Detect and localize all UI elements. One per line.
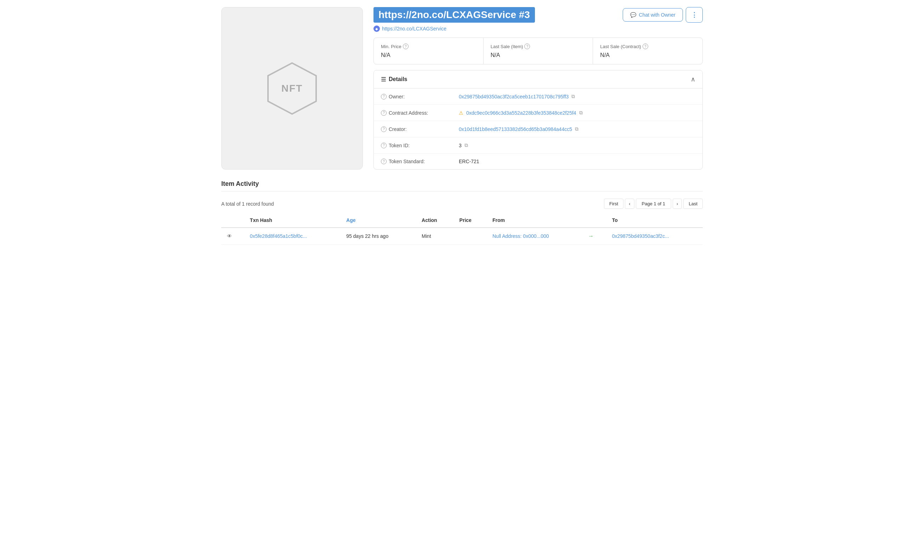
details-title-text: Details — [389, 76, 407, 82]
detail-row-standard: ? Token Standard: ERC-721 — [374, 154, 702, 169]
detail-value-standard: ERC-721 — [459, 159, 695, 164]
last-sale-contract-help-icon[interactable]: ? — [642, 43, 648, 49]
page-container: NFT https://2no.co/LCXAGService #3 ◆ htt… — [214, 0, 710, 252]
dots-icon: ⋮ — [691, 11, 698, 19]
min-price-help-icon[interactable]: ? — [403, 43, 408, 49]
col-action: Action — [416, 213, 454, 228]
prev-page-button[interactable]: ‹ — [625, 199, 634, 209]
row-from: Null Address: 0x000...000 — [487, 228, 582, 245]
table-row: 👁 0x5fe28d8f465a1c5bf0c... 95 days 22 hr… — [221, 228, 703, 245]
activity-title: Item Activity — [221, 180, 703, 192]
creator-address-link[interactable]: 0x10d1fd1b8eed57133382d56cd65b3a0984a44c… — [459, 126, 572, 132]
col-price: Price — [454, 213, 487, 228]
last-sale-contract-cell: Last Sale (Contract) ? N/A — [593, 38, 702, 64]
first-page-button[interactable]: First — [604, 199, 623, 209]
detail-value-creator: 0x10d1fd1b8eed57133382d56cd65b3a0984a44c… — [459, 126, 695, 132]
col-arrow — [582, 213, 606, 228]
min-price-cell: Min. Price ? N/A — [374, 38, 484, 64]
detail-value-tokenid: 3 ⧉ — [459, 142, 695, 148]
tokenid-copy-icon[interactable]: ⧉ — [465, 142, 468, 148]
activity-section: Item Activity A total of 1 record found … — [221, 180, 703, 245]
detail-row-owner: ? Owner: 0x29875bd49350ac3f2ca5ceeb1c170… — [374, 88, 702, 105]
details-header: ☰ Details ∧ — [374, 70, 702, 88]
from-address-link[interactable]: Null Address: 0x000...000 — [492, 233, 549, 239]
chat-bubble-icon: 💬 — [630, 12, 636, 18]
detail-row-creator: ? Creator: 0x10d1fd1b8eed57133382d56cd65… — [374, 121, 702, 137]
detail-value-owner: 0x29875bd49350ac3f2ca5ceeb1c1701708c795f… — [459, 93, 695, 99]
row-age: 95 days 22 hrs ago — [340, 228, 416, 245]
pagination: First ‹ Page 1 of 1 › Last — [604, 199, 703, 209]
header-buttons: 💬 Chat with Owner ⋮ — [623, 7, 703, 22]
min-price-label: Min. Price ? — [381, 43, 476, 49]
activity-controls: A total of 1 record found First ‹ Page 1… — [221, 199, 703, 209]
last-sale-contract-label: Last Sale (Contract) ? — [600, 43, 695, 49]
contract-warning-icon: ⚠ — [459, 110, 464, 116]
nft-placeholder: NFT — [264, 60, 320, 117]
txn-hash-link[interactable]: 0x5fe28d8f465a1c5bf0c... — [250, 233, 307, 239]
right-panel: https://2no.co/LCXAGService #3 ◆ https:/… — [374, 7, 703, 169]
tokenid-help-icon[interactable]: ? — [381, 143, 387, 148]
col-txn-hash: Txn Hash — [244, 213, 340, 228]
detail-row-contract: ? Contract Address: ⚠ 0xdc9ec0c966c3d3a5… — [374, 105, 702, 121]
row-txn-hash: 0x5fe28d8f465a1c5bf0c... — [244, 228, 340, 245]
details-box: ☰ Details ∧ ? Owner: 0x29875bd49350ac3f2… — [374, 70, 703, 169]
item-url-link[interactable]: https://2no.co/LCXAGService — [382, 26, 446, 31]
min-price-value: N/A — [381, 52, 476, 58]
col-eye — [221, 213, 244, 228]
contract-address-link[interactable]: 0xdc9ec0c966c3d3a552a228b3fe353848ce2f25… — [466, 110, 576, 116]
record-count: A total of 1 record found — [221, 201, 274, 207]
eye-icon[interactable]: 👁 — [227, 233, 232, 239]
last-sale-contract-value: N/A — [600, 52, 695, 58]
detail-row-tokenid: ? Token ID: 3 ⧉ — [374, 137, 702, 154]
detail-label-creator: ? Creator: — [381, 126, 459, 132]
row-arrow-cell: → — [582, 228, 606, 245]
last-sale-item-help-icon[interactable]: ? — [524, 43, 530, 49]
nft-label-text: NFT — [282, 83, 303, 94]
row-to: 0x29875bd49350ac3f2c... — [606, 228, 703, 245]
eth-icon: ◆ — [374, 25, 380, 32]
nft-image-panel: NFT — [221, 7, 363, 169]
last-sale-item-value: N/A — [490, 52, 586, 58]
details-title: ☰ Details — [381, 76, 407, 83]
detail-label-standard: ? Token Standard: — [381, 159, 459, 164]
price-info-box: Min. Price ? N/A Last Sale (Item) ? N/A … — [374, 37, 703, 64]
creator-copy-icon[interactable]: ⧉ — [575, 126, 579, 132]
table-header-row: Txn Hash Age Action Price From — [221, 213, 703, 228]
transfer-arrow-icon: → — [588, 233, 594, 239]
next-page-button[interactable]: › — [673, 199, 682, 209]
chat-btn-label: Chat with Owner — [639, 12, 675, 18]
to-address-link[interactable]: 0x29875bd49350ac3f2c... — [612, 233, 669, 239]
col-to: To — [606, 213, 703, 228]
details-collapse-icon[interactable]: ∧ — [691, 75, 695, 83]
top-section: NFT https://2no.co/LCXAGService #3 ◆ htt… — [221, 7, 703, 169]
page-info: Page 1 of 1 — [636, 199, 672, 209]
details-body: ? Owner: 0x29875bd49350ac3f2ca5ceeb1c170… — [374, 88, 702, 169]
detail-label-owner: ? Owner: — [381, 94, 459, 99]
owner-help-icon[interactable]: ? — [381, 94, 387, 99]
activity-table: Txn Hash Age Action Price From — [221, 213, 703, 245]
detail-label-contract: ? Contract Address: — [381, 110, 459, 116]
item-header: https://2no.co/LCXAGService #3 ◆ https:/… — [374, 7, 703, 32]
details-list-icon: ☰ — [381, 76, 386, 83]
item-title: https://2no.co/LCXAGService #3 — [374, 7, 535, 22]
last-sale-item-label: Last Sale (Item) ? — [490, 43, 586, 49]
row-eye-cell: 👁 — [221, 228, 244, 245]
item-title-area: https://2no.co/LCXAGService #3 ◆ https:/… — [374, 7, 616, 32]
last-page-button[interactable]: Last — [683, 199, 703, 209]
col-age[interactable]: Age — [340, 213, 416, 228]
more-options-button[interactable]: ⋮ — [686, 7, 703, 22]
owner-address-link[interactable]: 0x29875bd49350ac3f2ca5ceeb1c1701708c795f… — [459, 94, 568, 99]
detail-value-contract: ⚠ 0xdc9ec0c966c3d3a552a228b3fe353848ce2f… — [459, 110, 695, 116]
owner-copy-icon[interactable]: ⧉ — [572, 93, 575, 99]
last-sale-item-cell: Last Sale (Item) ? N/A — [484, 38, 593, 64]
standard-help-icon[interactable]: ? — [381, 159, 387, 164]
creator-help-icon[interactable]: ? — [381, 126, 387, 132]
detail-label-tokenid: ? Token ID: — [381, 143, 459, 148]
nft-hexagon: NFT — [264, 60, 320, 117]
contract-copy-icon[interactable]: ⧉ — [579, 110, 583, 116]
chat-with-owner-button[interactable]: 💬 Chat with Owner — [623, 8, 683, 22]
item-url-row: ◆ https://2no.co/LCXAGService — [374, 25, 616, 32]
contract-help-icon[interactable]: ? — [381, 110, 387, 116]
row-action: Mint — [416, 228, 454, 245]
col-from: From — [487, 213, 582, 228]
